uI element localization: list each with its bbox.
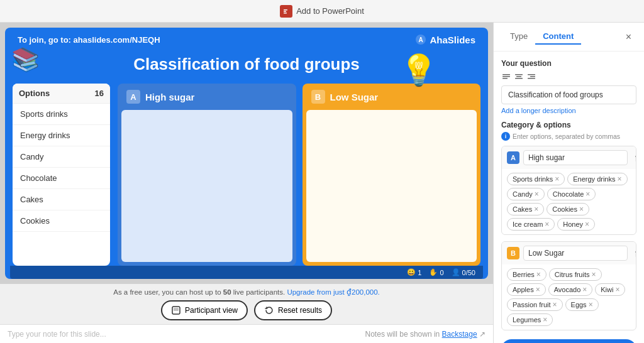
- slide-footer: As a free user, you can host up to 50 li…: [0, 284, 493, 324]
- tag-remove-icon[interactable]: ×: [555, 175, 559, 183]
- svg-rect-11: [515, 74, 523, 75]
- reset-icon: [264, 305, 274, 315]
- svg-rect-10: [502, 78, 508, 79]
- list-item[interactable]: Energy drinks: [13, 125, 110, 146]
- hand-icon: ✋: [429, 268, 438, 276]
- tag-item: Chocolate ×: [547, 188, 596, 200]
- category-a-card: A 🗑 Sports drinks × Energy drinks × Cand…: [501, 146, 636, 235]
- cat-b-name: Low Sugar: [330, 92, 379, 102]
- join-prefix: To join, go to:: [18, 35, 71, 45]
- slide-area: 📚 💡 To join, go to: ahaslides.com/NJEQH …: [0, 23, 493, 343]
- options-label: Options: [19, 89, 50, 98]
- tag-remove-icon[interactable]: ×: [582, 285, 587, 294]
- panel-header: Type Content ×: [494, 23, 644, 52]
- tag-item: Citrus fruits ×: [549, 268, 602, 281]
- brand-name: AhaSlides: [430, 35, 475, 45]
- category-col-a: A High sugar: [118, 84, 296, 266]
- tag-remove-icon[interactable]: ×: [579, 205, 584, 214]
- options-count: 16: [95, 89, 104, 98]
- join-text: To join, go to: ahaslides.com/NJEQH: [18, 35, 160, 45]
- reset-results-button[interactable]: Reset results: [254, 300, 332, 320]
- hand-count: ✋ 0: [429, 268, 443, 276]
- notes-bar: Type your note for this slide... Notes w…: [0, 324, 493, 343]
- options-list[interactable]: Sports drinks Energy drinks Candy Chocol…: [13, 104, 110, 263]
- list-item[interactable]: Cookies: [13, 210, 110, 232]
- join-url: ahaslides.com/NJEQH: [74, 35, 160, 45]
- tab-type[interactable]: Type: [502, 29, 535, 45]
- tag-remove-icon[interactable]: ×: [535, 190, 539, 199]
- reset-results-label: Reset results: [278, 306, 322, 315]
- upgrade-bold: 50: [223, 288, 231, 296]
- participant-view-label: Participant view: [185, 306, 238, 315]
- category-options-label: Category & options: [501, 121, 636, 129]
- panel-tabs: Type Content: [502, 29, 581, 45]
- tag-remove-icon[interactable]: ×: [589, 300, 593, 309]
- action-buttons: Participant view Reset results: [161, 300, 332, 320]
- tag-item: Legumes ×: [507, 313, 553, 326]
- add-category-button[interactable]: + Add Category: [501, 339, 636, 343]
- info-icon: i: [501, 132, 510, 141]
- upgrade-link[interactable]: Upgrade from just ₫200,000.: [287, 288, 379, 296]
- list-item[interactable]: Sports drinks: [13, 104, 110, 125]
- tag-remove-icon[interactable]: ×: [534, 205, 538, 214]
- cat-a-name-input[interactable]: [523, 150, 628, 165]
- cat-a-delete-button[interactable]: 🗑: [631, 151, 636, 164]
- people-icon: 👤: [452, 268, 460, 276]
- list-item[interactable]: Chocolate: [13, 168, 110, 189]
- tag-remove-icon[interactable]: ×: [615, 285, 619, 294]
- top-bar: Add to PowerPoint: [0, 0, 644, 23]
- cat-a-body[interactable]: [121, 110, 292, 262]
- cat-a-header: A High sugar: [118, 84, 296, 110]
- tag-remove-icon[interactable]: ×: [553, 300, 557, 309]
- add-description-link[interactable]: Add a longer description: [501, 107, 636, 114]
- tag-remove-icon[interactable]: ×: [543, 315, 547, 324]
- notes-placeholder[interactable]: Type your note for this slide...: [8, 330, 106, 339]
- category-col-b: B Low Sugar: [303, 84, 481, 266]
- cat-a-card-header: A 🗑: [502, 146, 636, 169]
- external-icon: ↗: [479, 330, 486, 339]
- svg-rect-14: [528, 74, 535, 75]
- svg-rect-8: [502, 74, 510, 75]
- status-bar: 😀 1 ✋ 0 👤 0/50: [10, 266, 483, 279]
- notes-info: Notes will be shown in Backstage ↗: [365, 330, 486, 339]
- close-button[interactable]: ×: [622, 30, 635, 44]
- participant-view-button[interactable]: Participant view: [161, 300, 248, 320]
- list-item[interactable]: Candy: [13, 146, 110, 168]
- tag-remove-icon[interactable]: ×: [536, 285, 540, 294]
- tag-item: Honey ×: [557, 218, 595, 231]
- tag-remove-icon[interactable]: ×: [617, 175, 621, 183]
- svg-rect-3: [284, 13, 287, 14]
- tag-remove-icon[interactable]: ×: [591, 270, 596, 279]
- emoji-value: 1: [418, 269, 421, 276]
- tab-content[interactable]: Content: [535, 29, 581, 45]
- panel-body: Your question Add a longer description C…: [494, 52, 644, 343]
- upgrade-text: As a free user, you can host up to 50 li…: [113, 288, 380, 297]
- svg-rect-7: [174, 308, 179, 311]
- svg-rect-13: [515, 78, 523, 79]
- tag-remove-icon[interactable]: ×: [536, 270, 541, 279]
- backstage-link[interactable]: Backstage: [442, 330, 477, 339]
- list-item[interactable]: Cakes: [13, 189, 110, 210]
- participant-view-icon: [171, 305, 181, 315]
- categories-area: A High sugar B Low Sugar: [118, 84, 480, 266]
- top-bar-center: Add to PowerPoint: [280, 5, 364, 18]
- cat-b-delete-button[interactable]: 🗑: [631, 247, 636, 259]
- tag-remove-icon[interactable]: ×: [586, 190, 590, 199]
- cat-a-tags: Sports drinks × Energy drinks × Candy × …: [502, 169, 636, 234]
- category-b-card: B 🗑 Berries × Citrus fruits × Apples × A…: [501, 241, 636, 330]
- tag-remove-icon[interactable]: ×: [545, 220, 549, 229]
- cat-b-name-input[interactable]: [523, 246, 628, 261]
- tag-item: Kiwi ×: [595, 283, 625, 296]
- slide-header: To join, go to: ahaslides.com/NJEQH A Ah…: [5, 28, 488, 52]
- options-panel: Options 16 Sports drinks Energy drinks C…: [13, 84, 110, 266]
- question-input[interactable]: [501, 85, 636, 104]
- tag-item: Candy ×: [507, 188, 545, 200]
- upgrade-suffix: live participants.: [233, 288, 287, 296]
- your-question-label: Your question: [501, 59, 636, 68]
- tag-item: Berries ×: [507, 268, 547, 281]
- tag-remove-icon[interactable]: ×: [585, 220, 589, 229]
- cat-b-body[interactable]: [306, 110, 477, 262]
- cat-b-card-header: B 🗑: [502, 242, 636, 264]
- people-value: 0/50: [462, 269, 475, 276]
- cat-a-name: High sugar: [145, 92, 194, 102]
